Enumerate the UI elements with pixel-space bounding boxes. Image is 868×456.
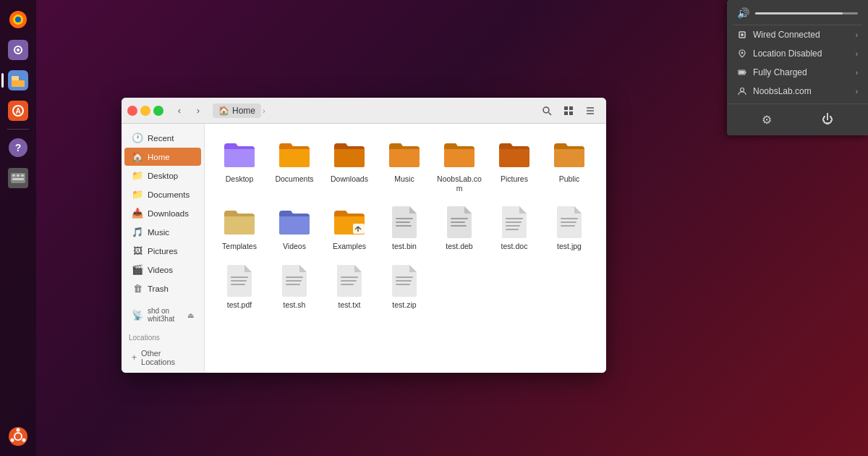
dock-item-settings[interactable] [4,36,32,64]
svg-rect-54 [341,276,358,278]
svg-rect-19 [12,178,24,180]
folder-pictures[interactable]: Pictures [488,132,540,197]
sidebar-item-documents[interactable]: 📁 Documents [124,185,201,203]
account-label: NoobsLab.com [753,86,850,96]
volume-slider[interactable] [755,12,858,14]
location-arrow: › [856,50,858,58]
test-jpg-icon-container [552,204,587,239]
dock-item-ubuntu[interactable] [4,423,32,450]
sidebar-label-documents: Documents [148,190,190,199]
sidebar-item-downloads[interactable]: 📥 Downloads [124,204,201,222]
tray-item-account[interactable]: NoobsLab.com › [727,82,868,101]
tray-item-wired[interactable]: Wired Connected › [727,25,868,44]
wired-icon [737,30,747,40]
desktop-folder-icon [223,140,256,168]
sidebar-item-pictures[interactable]: 🖼 Pictures [124,242,201,260]
sidebar-item-desktop[interactable]: 📁 Desktop [124,166,201,185]
svg-rect-42 [506,221,522,223]
dock-separator-1 [7,129,29,130]
noobslab-folder-icon [443,140,476,168]
minimize-button[interactable] [140,106,150,116]
dock-item-files[interactable] [4,67,32,94]
sidebar-item-home[interactable]: 🏠 Home [124,148,201,166]
test-zip-label: test.zip [392,300,416,310]
file-test-doc[interactable]: test.doc [488,200,540,256]
examples-folder-icon [333,208,366,235]
file-test-sh[interactable]: test.sh [268,258,320,314]
file-examples[interactable]: Examples [323,200,375,256]
eject-icon[interactable]: ⏏ [187,311,194,319]
tray-item-battery[interactable]: Fully Charged › [727,63,868,82]
folder-public[interactable]: Public [543,132,595,197]
volume-section: 🔊 [727,0,868,25]
menu-button[interactable] [580,101,600,121]
file-test-zip[interactable]: test.zip [378,258,430,314]
sidebar-label-home: Home [148,153,170,161]
folder-downloads[interactable]: Downloads [323,132,375,197]
wired-arrow: › [856,31,858,39]
desktop: A ? [0,0,868,456]
sidebar-item-trash[interactable]: 🗑 Trash [124,279,201,297]
breadcrumb-home-label: Home [232,106,255,116]
file-manager-body: 🕐 Recent 🏠 Home 📁 Desktop 📁 Documents 📥 [122,124,606,373]
sidebar-item-music[interactable]: 🎵 Music [124,223,201,241]
file-test-pdf[interactable]: test.pdf [213,258,265,314]
folder-music[interactable]: Music [378,132,430,197]
network-icon: 📡 [132,310,143,321]
system-settings-button[interactable]: ⚙ [759,110,775,130]
svg-rect-53 [286,284,300,285]
folder-templates[interactable]: Templates [213,200,265,256]
music-folder-icon [388,140,421,168]
close-button[interactable] [127,106,137,116]
svg-rect-39 [451,221,465,223]
svg-rect-35 [396,218,413,219]
svg-rect-41 [506,218,523,219]
svg-rect-36 [396,221,410,223]
search-button[interactable] [537,101,557,121]
power-button[interactable]: ⏻ [819,110,836,130]
battery-label: Fully Charged [753,67,850,77]
file-test-jpg[interactable]: test.jpg [543,200,595,256]
folder-documents[interactable]: Documents [268,132,320,197]
svg-rect-57 [396,276,413,278]
test-deb-icon-container [442,204,477,239]
dock-item-firefox[interactable] [4,6,32,33]
svg-point-22 [17,428,20,432]
sidebar-item-recent[interactable]: 🕐 Recent [124,129,201,147]
volume-fill [755,12,843,14]
file-test-deb[interactable]: test.deb [433,200,485,256]
file-icon-deb [445,205,474,238]
sidebar-item-other-locations[interactable]: + Other Locations [124,345,201,370]
back-button[interactable]: ‹ [171,102,188,119]
tray-item-location[interactable]: Location Disabled › [727,44,868,63]
folder-desktop[interactable]: Desktop [213,132,265,197]
svg-rect-59 [396,284,410,285]
file-test-txt[interactable]: test.txt [323,258,375,314]
sidebar-label-desktop: Desktop [148,172,178,180]
sidebar-item-videos[interactable]: 🎬 Videos [124,261,201,279]
svg-rect-64 [745,72,746,73]
file-icon-pdf [225,263,254,297]
sidebar-label-videos: Videos [148,266,173,274]
file-test-bin[interactable]: test.bin [378,200,430,256]
grid-view-button[interactable] [558,101,579,121]
test-bin-label: test.bin [392,242,417,251]
titlebar-actions [537,101,600,121]
videos-folder-label: Videos [283,242,306,251]
svg-text:?: ? [15,142,22,153]
forward-button[interactable]: › [190,102,207,119]
svg-rect-34 [353,224,365,234]
maximize-button[interactable] [153,106,163,116]
folder-videos[interactable]: Videos [268,200,320,256]
folder-noobslab[interactable]: NoobsLab.com [433,132,485,197]
file-icon-doc [500,205,529,238]
test-sh-label: test.sh [284,300,306,310]
dock-item-help[interactable]: ? [4,134,32,161]
dock-item-keyboard[interactable] [4,164,32,192]
sidebar-item-network[interactable]: 📡 shd on whit3hat ⏏ [124,303,201,326]
svg-rect-37 [396,225,412,227]
dock-item-software[interactable]: A [4,97,32,124]
svg-rect-55 [341,280,357,282]
system-tray-popup: 🔊 Wired Connected › [727,0,868,135]
breadcrumb-home[interactable]: 🏠 Home [213,104,261,118]
